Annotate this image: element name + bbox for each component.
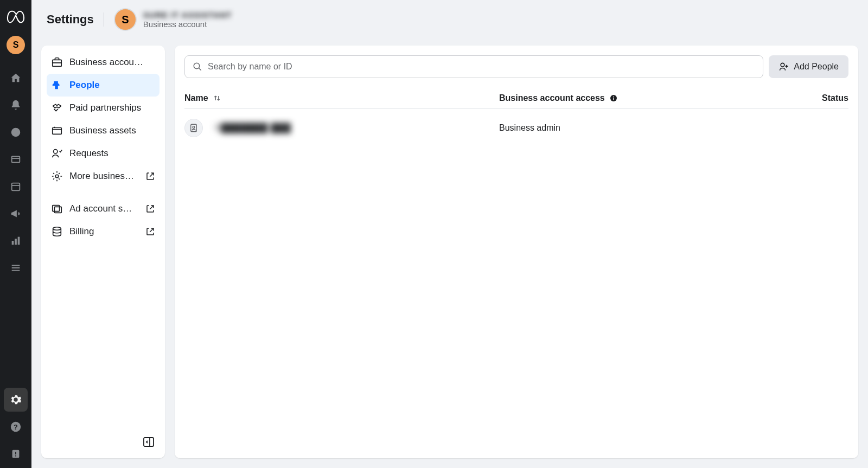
rail-report[interactable] <box>4 442 28 466</box>
sidebar-item-label: Paid partnerships <box>69 102 155 113</box>
table-row[interactable]: S███████ ███ Business admin <box>184 109 848 147</box>
rail-messages[interactable] <box>4 120 28 144</box>
help-icon: ? <box>10 421 22 433</box>
rail-account-avatar[interactable]: S <box>7 36 25 54</box>
svg-rect-12 <box>53 128 62 134</box>
person-avatar <box>184 119 203 137</box>
account-name: SURE IT ASSISTANT <box>143 10 232 20</box>
column-status: Status <box>727 93 848 103</box>
settings-sidebar: Business accou… People Paid partnerships… <box>41 46 165 458</box>
sidebar-item-label: More busines… <box>69 171 139 182</box>
column-access: Business account access <box>499 93 727 103</box>
rail-all-tools[interactable] <box>4 256 28 280</box>
meta-logo-icon <box>7 8 25 27</box>
sidebar-item-label: Billing <box>69 226 139 237</box>
gear-icon <box>51 170 63 182</box>
svg-rect-10 <box>15 456 16 457</box>
content-panel: Add People Name Business account access <box>175 46 858 458</box>
info-icon[interactable] <box>609 94 618 102</box>
svg-point-0 <box>11 128 21 137</box>
home-icon <box>10 72 22 84</box>
sidebar-item-label: Ad account s… <box>69 203 139 214</box>
page-title: Settings <box>47 12 104 27</box>
svg-point-19 <box>194 63 200 69</box>
id-badge-icon <box>189 123 199 133</box>
report-icon <box>10 448 22 460</box>
external-link-icon <box>145 227 155 236</box>
collapse-sidebar-button[interactable] <box>141 434 156 450</box>
svg-point-20 <box>781 63 784 67</box>
svg-rect-9 <box>15 452 16 454</box>
menu-icon <box>10 262 22 274</box>
account-subtitle: Business account <box>143 20 232 29</box>
rail-ads[interactable] <box>4 202 28 226</box>
svg-rect-15 <box>53 206 60 211</box>
bar-chart-icon <box>10 235 22 247</box>
megaphone-icon <box>10 208 22 220</box>
sidebar-item-billing[interactable]: Billing <box>47 220 159 243</box>
svg-text:?: ? <box>14 423 18 431</box>
global-nav-rail: S ? <box>0 0 31 468</box>
external-link-icon <box>145 171 155 181</box>
svg-rect-22 <box>613 98 614 100</box>
account-switcher[interactable]: S SURE IT ASSISTANT Business account <box>114 8 232 31</box>
rail-help[interactable]: ? <box>4 415 28 439</box>
svg-rect-2 <box>12 183 20 191</box>
table-header: Name Business account access Status <box>184 88 848 109</box>
sidebar-item-business-assets[interactable]: Business assets <box>47 119 159 142</box>
svg-rect-1 <box>12 157 20 163</box>
handshake-icon <box>51 102 63 114</box>
sidebar-item-label: Requests <box>69 148 155 159</box>
ad-account-icon <box>51 203 63 215</box>
card-icon <box>10 153 22 165</box>
rail-content[interactable] <box>4 148 28 171</box>
sidebar-item-more-business[interactable]: More busines… <box>47 165 159 188</box>
billing-icon <box>51 226 63 238</box>
gear-icon <box>10 394 22 406</box>
svg-rect-23 <box>613 96 614 97</box>
add-button-label: Add People <box>794 62 839 72</box>
add-people-button[interactable]: Add People <box>769 55 848 78</box>
add-person-icon <box>778 61 789 72</box>
svg-point-14 <box>55 175 59 178</box>
page-header: Settings S SURE IT ASSISTANT Business ac… <box>31 0 868 39</box>
sidebar-item-ad-account-settings[interactable]: Ad account s… <box>47 197 159 220</box>
rail-calendar[interactable] <box>4 175 28 198</box>
sidebar-item-business-account[interactable]: Business accou… <box>47 51 159 74</box>
sidebar-item-label: Business assets <box>69 125 155 136</box>
people-icon <box>51 79 63 91</box>
briefcase-icon <box>51 56 63 68</box>
svg-point-13 <box>54 150 58 153</box>
rail-notifications[interactable] <box>4 93 28 117</box>
svg-rect-16 <box>54 207 61 213</box>
assets-icon <box>51 125 63 137</box>
svg-rect-4 <box>15 239 17 245</box>
svg-point-25 <box>193 126 195 129</box>
person-name: S███████ ███ <box>215 123 291 133</box>
rail-home[interactable] <box>4 66 28 90</box>
svg-rect-18 <box>144 438 154 446</box>
svg-point-17 <box>53 227 61 230</box>
meta-logo[interactable] <box>6 8 25 27</box>
svg-rect-5 <box>18 237 20 245</box>
account-avatar: S <box>114 8 137 31</box>
sidebar-item-paid-partnerships[interactable]: Paid partnerships <box>47 97 159 119</box>
sort-icon <box>213 94 221 102</box>
sidebar-item-people[interactable]: People <box>47 74 159 97</box>
person-access: Business admin <box>499 123 560 133</box>
requests-icon <box>51 148 63 159</box>
sidebar-item-label: People <box>69 80 155 91</box>
bell-icon <box>10 99 22 111</box>
svg-rect-3 <box>12 241 14 245</box>
sidebar-item-requests[interactable]: Requests <box>47 142 159 165</box>
search-input[interactable] <box>208 62 755 72</box>
column-name[interactable]: Name <box>184 93 499 103</box>
chat-icon <box>10 126 22 138</box>
calendar-icon <box>10 181 22 193</box>
collapse-icon <box>142 435 155 448</box>
external-link-icon <box>145 204 155 214</box>
rail-settings[interactable] <box>4 388 28 412</box>
search-icon <box>193 62 202 72</box>
search-box[interactable] <box>184 55 763 78</box>
rail-insights[interactable] <box>4 229 28 253</box>
